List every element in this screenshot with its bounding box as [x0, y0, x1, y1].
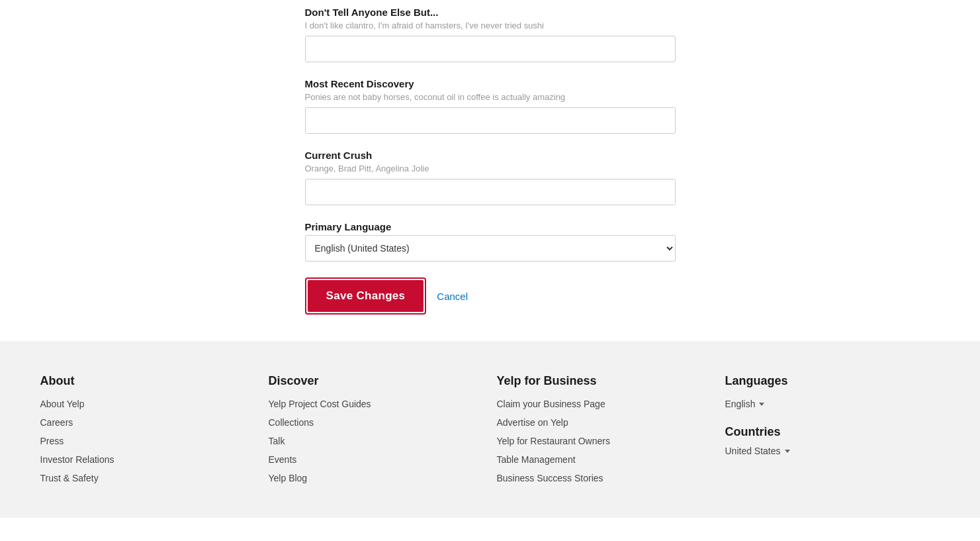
- footer-languages-title: Languages: [725, 374, 940, 388]
- country-value: United States: [725, 446, 781, 456]
- footer-link-advertise[interactable]: Advertise on Yelp: [497, 417, 712, 428]
- dont-tell-hint: I don't like cilantro, I'm afraid of ham…: [305, 21, 676, 30]
- footer: About About Yelp Careers Press Investor …: [0, 341, 980, 518]
- country-selector[interactable]: United States: [725, 446, 790, 456]
- footer-link-restaurant-owners[interactable]: Yelp for Restaurant Owners: [497, 436, 712, 446]
- footer-about-col: About About Yelp Careers Press Investor …: [40, 374, 255, 491]
- footer-discover-col: Discover Yelp Project Cost Guides Collec…: [269, 374, 484, 491]
- dont-tell-input[interactable]: [305, 36, 676, 62]
- primary-language-label: Primary Language: [305, 221, 676, 232]
- language-value: English: [725, 399, 756, 409]
- footer-link-success-stories[interactable]: Business Success Stories: [497, 473, 712, 483]
- form-actions: Save Changes Cancel: [305, 277, 676, 315]
- footer-link-table-management[interactable]: Table Management: [497, 454, 712, 465]
- most-recent-input[interactable]: [305, 107, 676, 134]
- cancel-link[interactable]: Cancel: [437, 291, 468, 302]
- dont-tell-field: Don't Tell Anyone Else But... I don't li…: [305, 7, 676, 62]
- footer-about-title: About: [40, 374, 255, 388]
- primary-language-field: Primary Language English (United States)…: [305, 221, 676, 262]
- footer-link-claim-business[interactable]: Claim your Business Page: [497, 399, 712, 409]
- dont-tell-label: Don't Tell Anyone Else But...: [305, 7, 676, 18]
- footer-business-title: Yelp for Business: [497, 374, 712, 388]
- footer-link-press[interactable]: Press: [40, 436, 255, 446]
- footer-link-collections[interactable]: Collections: [269, 417, 484, 428]
- footer-link-investor-relations[interactable]: Investor Relations: [40, 454, 255, 465]
- current-crush-input[interactable]: [305, 179, 676, 205]
- language-selector[interactable]: English: [725, 399, 765, 409]
- current-crush-label: Current Crush: [305, 150, 676, 161]
- footer-discover-title: Discover: [269, 374, 484, 388]
- footer-link-trust-safety[interactable]: Trust & Safety: [40, 473, 255, 483]
- footer-link-talk[interactable]: Talk: [269, 436, 484, 446]
- most-recent-label: Most Recent Discovery: [305, 78, 676, 89]
- footer-languages-col: Languages English Countries United State…: [725, 374, 940, 491]
- primary-language-select[interactable]: English (United States) Spanish French G…: [305, 235, 676, 262]
- footer-business-col: Yelp for Business Claim your Business Pa…: [497, 374, 712, 491]
- footer-link-about-yelp[interactable]: About Yelp: [40, 399, 255, 409]
- footer-link-cost-guides[interactable]: Yelp Project Cost Guides: [269, 399, 484, 409]
- current-crush-field: Current Crush Orange, Brad Pitt, Angelin…: [305, 150, 676, 205]
- current-crush-hint: Orange, Brad Pitt, Angelina Jolie: [305, 164, 676, 173]
- footer-link-events[interactable]: Events: [269, 454, 484, 465]
- footer-link-careers[interactable]: Careers: [40, 417, 255, 428]
- chevron-down-icon: [759, 403, 764, 406]
- footer-link-yelp-blog[interactable]: Yelp Blog: [269, 473, 484, 483]
- footer-countries-title: Countries: [725, 425, 940, 439]
- chevron-down-icon-country: [785, 450, 790, 453]
- most-recent-hint: Ponies are not baby horses, coconut oil …: [305, 92, 676, 102]
- most-recent-field: Most Recent Discovery Ponies are not bab…: [305, 78, 676, 134]
- save-button[interactable]: Save Changes: [308, 280, 424, 312]
- save-button-wrapper: Save Changes: [305, 277, 427, 315]
